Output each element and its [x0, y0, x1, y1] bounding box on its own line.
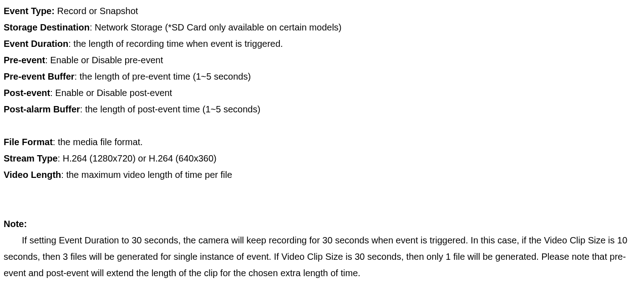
note-body: If setting Event Duration to 30 seconds,…: [4, 232, 640, 281]
field-event-duration: Event Duration: the length of recording …: [4, 35, 640, 52]
field-file-format: File Format: the media file format.: [4, 134, 640, 150]
value-storage-destination: : Network Storage (*SD Card only availab…: [90, 22, 342, 32]
label-stream-type: Stream Type: [4, 153, 58, 163]
blank-line: [4, 117, 640, 134]
label-event-duration: Event Duration: [4, 39, 68, 49]
label-storage-destination: Storage Destination: [4, 22, 90, 32]
value-stream-type: : H.264 (1280x720) or H.264 (640x360): [58, 153, 217, 163]
value-pre-event-buffer: : the length of pre-event time (1~5 seco…: [75, 71, 251, 81]
value-event-type: Record or Snapshot: [55, 6, 138, 16]
field-video-length: Video Length: the maximum video length o…: [4, 167, 640, 183]
label-pre-event-buffer: Pre-event Buffer: [4, 71, 75, 81]
label-post-event: Post-event: [4, 88, 50, 98]
field-post-event: Post-event: Enable or Disable post-event: [4, 85, 640, 101]
value-event-duration: : the length of recording time when even…: [68, 39, 283, 49]
note-heading: Note:: [4, 216, 640, 232]
label-post-alarm-buffer: Post-alarm Buffer: [4, 104, 80, 114]
field-stream-type: Stream Type: H.264 (1280x720) or H.264 (…: [4, 150, 640, 167]
value-post-event: : Enable or Disable post-event: [50, 88, 172, 98]
label-event-type: Event Type:: [4, 6, 55, 16]
field-storage-destination: Storage Destination: Network Storage (*S…: [4, 19, 640, 35]
blank-section: [4, 183, 640, 216]
field-post-alarm-buffer: Post-alarm Buffer: the length of post-ev…: [4, 101, 640, 117]
value-video-length: : the maximum video length of time per f…: [61, 170, 232, 180]
value-post-alarm-buffer: : the length of post-event time (1~5 sec…: [80, 104, 260, 114]
value-pre-event: : Enable or Disable pre-event: [45, 55, 163, 65]
field-pre-event-buffer: Pre-event Buffer: the length of pre-even…: [4, 68, 640, 85]
field-pre-event: Pre-event: Enable or Disable pre-event: [4, 52, 640, 68]
label-file-format: File Format: [4, 137, 53, 147]
label-pre-event: Pre-event: [4, 55, 45, 65]
field-event-type: Event Type: Record or Snapshot: [4, 3, 640, 19]
label-video-length: Video Length: [4, 170, 61, 180]
label-note: Note:: [4, 219, 27, 229]
value-file-format: : the media file format.: [53, 137, 143, 147]
